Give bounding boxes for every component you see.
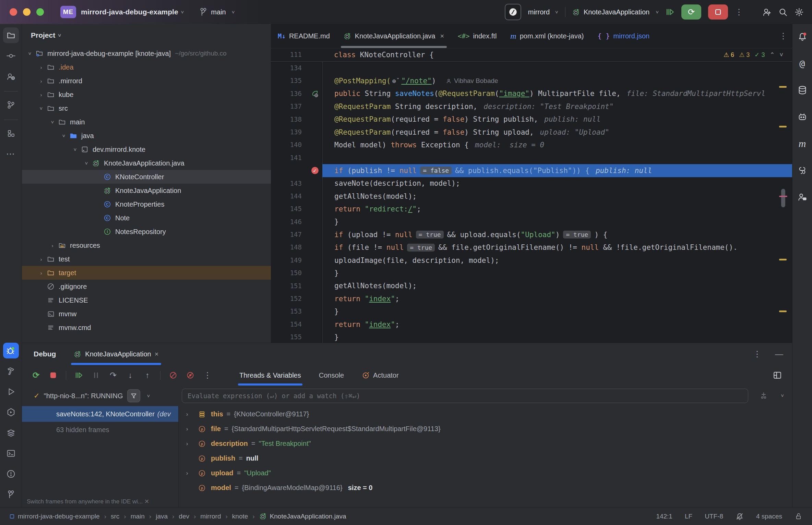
tree-item-mirrord-java-debug-example-knote-java-[interactable]: ˅mirrord-java-debug-example [knote-java]… [22,47,271,60]
project-name[interactable]: mirrord-java-debug-example [81,8,178,16]
code-link[interactable]: "/note" [401,77,432,85]
run-config-selector[interactable]: KnoteJavaApplication ˅ [572,8,659,16]
frame-row[interactable]: saveNotes:142, KNoteController (dev [22,406,178,422]
tree-item-target[interactable]: ›target [22,266,271,280]
variable-row-upload[interactable]: ›pupload="Upload" [179,466,792,480]
line-number[interactable]: 148 [271,241,307,254]
variable-row-file[interactable]: ›pfile={StandardMultipartHttpServletRequ… [179,422,792,436]
tree-chevron-icon[interactable]: ˅ [71,147,80,152]
expand-chevron-icon[interactable]: › [186,411,196,417]
encoding[interactable]: UTF-8 [705,513,723,520]
tree-item-knotecontroller[interactable]: CKNoteController [22,170,271,184]
debug-session-tab[interactable]: KnoteJavaApplication × [71,343,161,365]
frames-filter-button[interactable] [127,389,140,402]
problems-icon[interactable] [3,466,19,482]
line-ending[interactable]: LF [685,513,692,520]
notifications-icon[interactable] [795,29,810,45]
code-line-154[interactable]: 154 return "index"; [271,318,792,331]
line-number[interactable]: 151 [271,280,307,292]
add-user-icon[interactable] [762,8,772,17]
tree-item-note[interactable]: CNote [22,211,271,225]
close-window-button[interactable] [10,8,17,16]
notifications-muted-icon[interactable] [736,512,744,521]
layout-settings-icon[interactable] [773,371,782,380]
resume-icon[interactable] [74,371,83,379]
code-link[interactable]: "image" [499,89,530,98]
tree-item-java[interactable]: ˅java [22,129,271,143]
tab-close-icon[interactable]: × [440,32,444,40]
line-number[interactable]: 155 [271,331,307,343]
frames-hint[interactable]: Switch frames from anywhere in the IDE w… [27,498,149,505]
tree-item-knoteproperties[interactable]: CKnoteProperties [22,197,271,211]
code-line-151[interactable]: 151 getAllNotes(model); [271,280,792,292]
project-avatar[interactable]: ME [60,6,76,18]
indent-setting[interactable]: 4 spaces [756,513,782,520]
warning-icon[interactable]: ⚠ 6 [724,51,734,59]
code-line-146[interactable]: 146 } [271,216,792,228]
lock-open-icon[interactable] [795,512,802,520]
tree-item--mirrord[interactable]: ›.mirrord [22,74,271,88]
caret-position[interactable]: 142:1 [656,513,672,520]
code-line-148[interactable]: 148 if (file != null= true&& file.getOri… [271,241,792,254]
code-line-137[interactable]: 137 @RequestParam String description,des… [271,100,792,113]
thread-status[interactable]: ✓ "http-nio-8...n": RUNNING ˅ [22,389,169,402]
step-over-icon[interactable]: ↷ [109,370,118,380]
code-link[interactable]: index [369,295,391,303]
line-number[interactable]: 138 [271,113,307,126]
gradle-icon[interactable] [795,109,810,125]
restart-debug-button[interactable]: ⟳ [681,4,701,20]
mirrord-selector[interactable]: mirrord˅ [528,8,558,16]
code-line-150[interactable]: 150 } [271,267,792,279]
tree-item-notesrepository[interactable]: INotesRepository [22,225,271,239]
line-number[interactable]: 136 [271,87,307,100]
settings-icon[interactable] [795,8,804,17]
code-lines[interactable]: 134135 @PostMapping(⊕ˇ"/note") Vibhav Bo… [271,62,792,343]
editor-scrollbar[interactable] [781,189,785,207]
breadcrumb[interactable]: mirrord-java-debug-example›src›main›java… [0,512,346,520]
evaluate-expression-input[interactable]: Evaluate expression (↵) or add a watch (… [182,389,748,403]
prev-problem-icon[interactable]: ⌃ [769,51,775,59]
stop-button[interactable] [708,4,728,20]
debug-more-icon[interactable]: ⋮ [753,349,761,359]
expand-chevron-icon[interactable]: › [186,426,196,432]
stop-icon[interactable] [49,371,58,379]
tab-pom-xml-knote-java-[interactable]: mpom.xml (knote-java) [503,24,590,48]
modules-icon[interactable] [3,125,19,141]
tree-item-license[interactable]: LICENSE [22,293,271,307]
expand-chevron-icon[interactable]: › [186,470,196,476]
more-tool-windows-icon[interactable]: ⋯ [3,146,19,162]
line-number[interactable]: 134 [271,62,307,74]
project-panel-header[interactable]: Project ˅ [22,24,271,47]
tree-chevron-icon[interactable]: ˅ [59,133,68,139]
line-number[interactable]: 141 [271,151,307,164]
mute-breakpoints-icon[interactable] [169,371,178,379]
line-number[interactable]: 153 [271,305,307,318]
terminal-icon[interactable] [3,445,19,461]
search-icon[interactable] [778,8,788,17]
build-icon[interactable] [3,363,19,379]
step-out-icon[interactable]: ↑ [143,371,152,380]
code-line-155[interactable]: 155 } [271,331,792,343]
debug-icon[interactable] [3,343,19,358]
tree-item-knotejavaapplication-java[interactable]: ˅KnoteJavaApplication.java [22,156,271,170]
tab-mirrord-json[interactable]: { }mirrord.json [590,24,656,48]
minimize-window-button[interactable] [23,8,31,16]
breadcrumb-item[interactable]: main [131,513,145,520]
tree-item-resources[interactable]: ›resources [22,239,271,252]
line-number[interactable]: 150 [271,267,307,279]
tree-chevron-icon[interactable]: ˅ [25,51,34,57]
toolbar-more-icon[interactable]: ⋮ [203,370,212,380]
tree-item-mvnw-cmd[interactable]: mvnw.cmd [22,321,271,334]
line-number[interactable]: 152 [271,292,307,305]
breadcrumb-item[interactable]: knote [232,513,248,520]
breadcrumb-item[interactable]: dev [179,513,189,520]
frame-row[interactable]: 63 hidden frames [22,422,178,438]
code-line-134[interactable]: 134 [271,62,792,74]
git-icon[interactable] [3,487,19,502]
change-mark[interactable] [779,259,787,260]
line-number[interactable]: 147 [271,228,307,241]
code-line-144[interactable]: 144 getAllNotes(model); [271,190,792,203]
tab-list-more-icon[interactable]: ⋮ [779,31,787,41]
breakpoint-icon[interactable]: ✓ [311,167,319,174]
tree-chevron-icon[interactable]: › [37,270,46,276]
